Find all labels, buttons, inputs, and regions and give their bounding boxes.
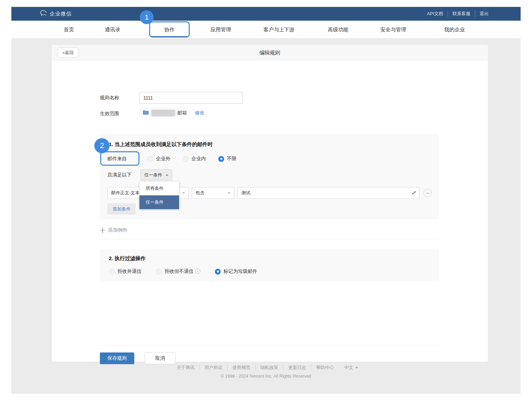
radio-option-unlimited[interactable]: 不限	[218, 156, 237, 162]
radio-circle	[183, 156, 189, 162]
chevron-up-icon	[166, 174, 168, 176]
tab-app-management[interactable]: 应用管理	[210, 21, 231, 39]
footer-link-help[interactable]: 帮助中心	[311, 365, 339, 371]
match-condition-label: 且满足以下	[104, 170, 135, 180]
mail-from-label: 邮件来自	[107, 156, 127, 162]
footer-link-agreement[interactable]: 用户协议	[199, 365, 227, 371]
radio-option-reject-bounce[interactable]: 拒收并退信	[109, 268, 142, 275]
page-footer: 关于腾讯 用户协议 使用规范 隐私政策 更新日志 帮助中心 中文 © 1998 …	[11, 362, 521, 379]
tab-collaboration-label: 协作	[164, 27, 175, 32]
info-icon[interactable]: i	[195, 269, 200, 274]
copyright-text: © 1998 - 2024 Tencent Inc. All Rights Re…	[11, 374, 521, 379]
menu-item-all-conditions[interactable]: 所有条件	[139, 182, 179, 195]
filter-action-panel: 2. 执行过滤操作 拒收并退信 拒收但不退信i 标记为垃圾邮件	[100, 249, 439, 281]
condition-section-panel: 1. 当上述范围成员收到满足以下条件的邮件时 邮件来自 企业外 企业内 不限	[100, 134, 439, 219]
main-nav-tabs: 首页 通讯录 协作 应用管理 客户与上下游 高级功能 安全与管理 我的企业	[11, 21, 521, 39]
rule-name-label: 规则名称	[100, 95, 119, 101]
tab-customers[interactable]: 客户与上下游	[263, 21, 294, 39]
add-exception-label: 添加例外	[108, 227, 127, 233]
remove-condition-icon[interactable]	[424, 189, 432, 197]
tab-collaboration[interactable]: 协作	[164, 21, 175, 39]
footer-link-privacy[interactable]: 隐私政策	[255, 365, 283, 371]
radio-option-label: 不限	[227, 156, 237, 162]
tab-contacts[interactable]: 通讯录	[105, 21, 121, 39]
chevron-down-icon	[182, 192, 185, 194]
actions-divider	[100, 346, 439, 346]
menu-item-any-condition[interactable]: 任一条件	[139, 195, 179, 209]
add-condition-button[interactable]: 添加条件	[107, 203, 136, 215]
radio-circle-selected	[218, 156, 224, 162]
top-navbar: 企业微信 API文档 联系客服 退出	[11, 7, 521, 21]
tab-my-company[interactable]: 我的企业	[444, 21, 465, 39]
tab-advanced-features[interactable]: 高级功能	[328, 21, 348, 39]
rule-name-input[interactable]	[139, 92, 243, 104]
section-divider	[100, 239, 439, 239]
radio-option-label: 拒收但不退信i	[165, 268, 200, 275]
radio-circle	[156, 269, 162, 275]
filter-action-title: 2. 执行过滤操作	[109, 255, 146, 262]
condition-field-value: 邮件正文-文本	[111, 190, 139, 196]
condition-operator-value: 包含	[196, 190, 205, 196]
footer-link-changelog[interactable]: 更新日志	[283, 365, 311, 371]
footer-link-about[interactable]: 关于腾讯	[172, 365, 199, 371]
radio-circle-selected	[215, 269, 221, 275]
scope-row: 邮箱 修改	[139, 108, 205, 118]
language-selector[interactable]: 中文	[339, 365, 360, 371]
condition-value-input[interactable]	[238, 187, 419, 199]
tab-security-management[interactable]: 安全与管理	[380, 21, 406, 39]
plus-icon	[100, 228, 105, 233]
active-tab-underline	[152, 36, 188, 37]
scope-label: 生效范围	[100, 111, 119, 117]
radio-option-label: 标记为垃圾邮件	[223, 268, 257, 275]
radio-option-reject-no-bounce[interactable]: 拒收但不退信i	[156, 268, 200, 275]
redacted-scope-name	[151, 110, 175, 116]
filter-action-row: 拒收并退信 拒收但不退信i 标记为垃圾邮件	[109, 268, 257, 275]
scope-suffix-label: 邮箱	[177, 110, 187, 116]
app-logo: 企业微信	[40, 9, 72, 18]
logo-text: 企业微信	[50, 11, 72, 17]
tab-home[interactable]: 首页	[64, 21, 74, 39]
api-docs-link[interactable]: API文档	[423, 11, 448, 17]
logout-link[interactable]: 退出	[475, 11, 493, 17]
match-mode-value: 任一条件	[144, 172, 162, 178]
folder-icon	[143, 110, 149, 116]
radio-option-label: 拒收并退信	[117, 268, 142, 275]
edit-rule-card: «返回 编辑规则 规则名称 生效范围 邮箱 修改 1. 当上述范围成	[52, 45, 488, 362]
radio-option-external[interactable]: 企业外	[147, 156, 170, 162]
radio-circle	[147, 156, 153, 162]
condition-section-title: 1. 当上述范围成员收到满足以下条件的邮件时	[109, 141, 213, 148]
page-title: 编辑规则	[52, 45, 488, 60]
radio-option-mark-spam[interactable]: 标记为垃圾邮件	[215, 268, 257, 275]
scope-chip: 邮箱	[139, 108, 190, 118]
chevron-down-icon	[228, 192, 230, 194]
add-exception-link[interactable]: 添加例外	[100, 227, 127, 233]
radio-option-internal[interactable]: 企业内	[183, 156, 206, 162]
modify-scope-link[interactable]: 修改	[195, 110, 205, 116]
footer-link-usage[interactable]: 使用规范	[227, 365, 255, 371]
condition-operator-select[interactable]: 包含	[192, 187, 234, 199]
expand-icon[interactable]	[411, 190, 417, 196]
radio-circle	[109, 269, 115, 275]
wecom-bubble-icon	[40, 9, 47, 18]
language-label: 中文	[344, 365, 353, 371]
caret-down-icon	[355, 367, 358, 369]
topbar-links: API文档 联系客服 退出	[423, 11, 493, 17]
card-header: «返回 编辑规则	[52, 45, 488, 60]
card-body: 规则名称 生效范围 邮箱 修改 1. 当上述范围成员收到满足以下条件的邮件时	[52, 60, 488, 362]
match-mode-dropdown-menu: 所有条件 任一条件	[139, 182, 179, 209]
condition-value-wrap	[238, 187, 419, 199]
match-mode-dropdown-trigger[interactable]: 任一条件	[140, 170, 172, 180]
radio-option-label: 企业内	[191, 156, 206, 162]
mail-from-row: 邮件来自 企业外 企业内 不限	[107, 156, 237, 162]
radio-option-label: 企业外	[156, 156, 170, 162]
footer-links: 关于腾讯 用户协议 使用规范 隐私政策 更新日志 帮助中心 中文	[172, 365, 360, 371]
contact-support-link[interactable]: 联系客服	[448, 11, 475, 17]
